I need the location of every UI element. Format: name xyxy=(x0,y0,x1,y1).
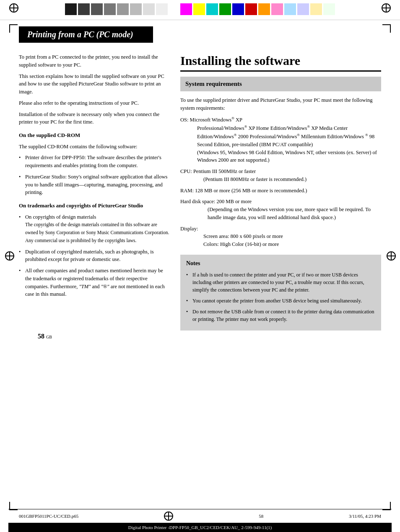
display-details: Screen area: 800 x 600 pixels or more Co… xyxy=(180,232,381,248)
display-label: Display: xyxy=(180,226,198,232)
left-column: To print from a PC connected to the prin… xyxy=(19,53,170,331)
note-2: You cannot operate the printer from anot… xyxy=(186,297,375,305)
os-req: OS: Microsoft Windows® XP Professional/W… xyxy=(180,116,381,164)
trademarks-heading: On trademarks and copyrights of PictureG… xyxy=(19,201,170,210)
os-text: Microsoft Windows® XP Professional/Windo… xyxy=(180,117,381,164)
hdd-req: Hard disk space: 200 MB or more (Dependi… xyxy=(180,198,381,221)
display-screen: Screen area: 800 x 600 pixels or more xyxy=(203,232,381,240)
cpu-text: Pentium III 500MHz or faster (Pentium II… xyxy=(180,168,381,183)
reg-mark-right xyxy=(382,3,391,13)
left-intro-p1: To print from a PC connected to the prin… xyxy=(19,53,170,69)
display-colors: Colors: High Color (16-bit) or more xyxy=(203,240,381,248)
header-bar xyxy=(0,0,400,20)
cd-bullet-list: Printer driver for DPP-FP50: The softwar… xyxy=(19,154,170,196)
system-req-title: System requirements xyxy=(185,80,242,87)
two-col-layout: To print from a PC connected to the prin… xyxy=(19,53,381,331)
os-label: OS: xyxy=(180,117,188,123)
swatches-right xyxy=(180,3,335,15)
footer: 001GBFP5011PC-UC/CED.p65 58 3/11/05, 4:2… xyxy=(0,509,400,532)
installing-title: Installing the software xyxy=(180,53,381,72)
page-number-area: 58 GB xyxy=(19,331,381,342)
display-req: Display: Screen area: 800 x 600 pixels o… xyxy=(180,225,381,248)
ram-req: RAM: 128 MB or more (256 MB or more is r… xyxy=(180,187,381,195)
cpu-label: CPU: xyxy=(180,168,192,174)
cpu-req: CPU: Pentium III 500MHz or faster (Penti… xyxy=(180,168,381,183)
cd-bullet-2: PictureGear Studio: Sony's original soft… xyxy=(19,173,170,196)
left-intro-p4: Installation of the software is necessar… xyxy=(19,111,170,127)
note-1: If a hub is used to connect the printer … xyxy=(186,271,375,294)
trademark-bullet-2: Duplication of copyrighted materials, su… xyxy=(19,248,170,264)
left-intro-p3: Please also refer to the operating instr… xyxy=(19,99,170,107)
footer-center-reg xyxy=(164,511,173,521)
cd-rom-intro: The supplied CD-ROM contains the followi… xyxy=(19,143,170,151)
footer-info-line: 001GBFP5011PC-UC/CED.p65 58 3/11/05, 4:2… xyxy=(8,509,392,523)
hdd-label: Hard disk space: xyxy=(180,199,215,204)
reg-mark-left xyxy=(9,3,18,13)
swatches-left xyxy=(65,3,168,15)
note-3: Do not remove the USB cable from or conn… xyxy=(186,308,375,323)
left-intro-p2: This section explains how to install the… xyxy=(19,72,170,96)
notes-list: If a hub is used to connect the printer … xyxy=(186,271,375,323)
ram-label: RAM: xyxy=(180,188,194,194)
page-title: Printing from a PC (PC mode) xyxy=(27,30,133,39)
cd-rom-heading: On the supplied CD-ROM xyxy=(19,131,170,139)
page-number-super: GB xyxy=(46,335,52,339)
system-req-intro: To use the supplied printer driver and P… xyxy=(180,96,381,113)
notes-title: Notes xyxy=(186,259,375,268)
trademark-bullet-3: All other companies and product names me… xyxy=(19,267,170,298)
trademark-bullet-list: On copyrights of design materials The co… xyxy=(19,213,170,299)
main-content: Printing from a PC (PC mode) To print fr… xyxy=(0,20,400,351)
system-req-header: System requirements xyxy=(180,77,381,91)
footer-bottom-bar: Digital Photo Printer -DPP-FP50_GB_UC2/C… xyxy=(8,523,392,532)
footer-bottom-text: Digital Photo Printer -DPP-FP50_GB_UC2/C… xyxy=(128,525,272,530)
ram-text: 128 MB or more (256 MB or more is recomm… xyxy=(195,188,307,194)
page-number: 58 xyxy=(38,333,44,340)
footer-right: 3/11/05, 4:23 PM xyxy=(349,514,381,519)
right-column: Installing the software System requireme… xyxy=(180,53,381,331)
notes-box: Notes If a hub is used to connect the pr… xyxy=(180,255,381,331)
page-title-box: Printing from a PC (PC mode) xyxy=(19,26,153,43)
cd-bullet-1: Printer driver for DPP-FP50: The softwar… xyxy=(19,154,170,170)
footer-left: 001GBFP5011PC-UC/CED.p65 xyxy=(19,514,78,519)
footer-center: 58 xyxy=(259,514,263,519)
trademark-bullet-1: On copyrights of design materials The co… xyxy=(19,213,170,245)
